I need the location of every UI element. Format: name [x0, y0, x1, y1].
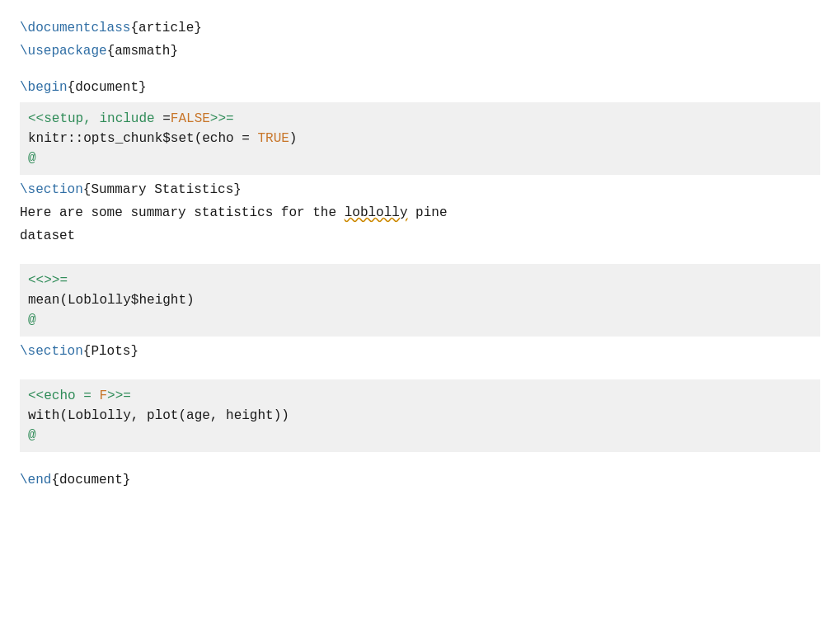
summary-text-content2: dataset [20, 228, 75, 243]
at-1: @ [28, 151, 36, 166]
summary-text-pine: pine [407, 205, 447, 220]
summary-text-line2: dataset [20, 224, 820, 247]
knitr-paren-close: ) [289, 131, 298, 146]
begin-cmd: \begin [20, 80, 68, 95]
knitr-line: knitr::opts_chunk$set(echo = TRUE) [28, 129, 812, 148]
section-summary-arg: {Summary Statistics} [83, 182, 242, 197]
documentclass-line: \documentclass{article} [20, 16, 820, 40]
at-3: @ [28, 428, 36, 443]
usepackage-line: \usepackage{amsmath} [20, 40, 820, 63]
chunk-include-label: include [99, 111, 162, 126]
chunk-echo-close: >>= [107, 388, 131, 403]
at-sign-1: @ [28, 148, 812, 168]
chunk-delim-open: << [28, 111, 44, 126]
spacer-1 [20, 63, 820, 76]
mean-chunk-block: <<>>= mean(Loblolly$height) @ [20, 264, 820, 337]
chunk-empty-delim: <<>>= [28, 273, 68, 288]
mean-line: mean(Loblolly$height) [28, 290, 812, 310]
summary-text-content1: Here are some summary statistics for the [20, 205, 345, 220]
at-sign-2: @ [28, 310, 812, 330]
chunk-echo-value: F [99, 388, 107, 403]
section-plots-line: \section{Plots} [20, 340, 820, 363]
chunk-echo-open: << [28, 388, 44, 403]
chunk-include-eq: = [162, 111, 171, 126]
usepackage-cmd: \usepackage [20, 44, 107, 59]
end-cmd: \end [20, 473, 51, 487]
documentclass-arg: {article} [130, 21, 201, 35]
section-cmd: \section [20, 182, 83, 197]
chunk-header-empty: <<>>= [28, 271, 812, 290]
with-line: with(Loblolly, plot(age, height)) [28, 406, 812, 426]
echo-chunk-block: <<echo = F>>= with(Loblolly, plot(age, h… [20, 379, 820, 452]
spacer-3 [20, 363, 820, 376]
summary-text-line1: Here are some summary statistics for the… [20, 201, 820, 224]
section-summary-line: \section{Summary Statistics} [20, 178, 820, 201]
section-plots-arg: {Plots} [83, 344, 138, 359]
chunk-name-setup: setup, [44, 111, 99, 126]
knitr-echo-val: TRUE [257, 131, 289, 146]
chunk-header-setup: <<setup, include =FALSE>>= [28, 109, 812, 129]
spacer-2 [20, 247, 820, 261]
chunk-header-echo: <<echo = F>>= [28, 386, 812, 406]
at-2: @ [28, 313, 36, 327]
chunk-include-val: FALSE [171, 111, 210, 126]
begin-arg: {document} [68, 80, 147, 95]
chunk-echo-label: echo = [44, 388, 99, 403]
end-document-line: \end{document} [20, 469, 820, 492]
spacer-4 [20, 455, 820, 469]
begin-document-line: \begin{document} [20, 76, 820, 99]
usepackage-arg: {amsmath} [107, 44, 178, 59]
at-sign-3: @ [28, 426, 812, 445]
knitr-func: opts_chunk$set(echo = [83, 131, 257, 146]
section-plots-cmd: \section [20, 344, 83, 359]
chunk-delim-close: >>= [210, 111, 234, 126]
mean-func: mean(Loblolly$height) [28, 293, 195, 308]
loblolly-word: loblolly [345, 205, 408, 220]
knitr-pkg: knitr [28, 131, 68, 146]
with-func: with(Loblolly, plot(age, height)) [28, 408, 289, 423]
setup-chunk-block: <<setup, include =FALSE>>= knitr::opts_c… [20, 102, 820, 175]
documentclass-cmd: \documentclass [20, 21, 130, 35]
end-arg: {document} [51, 473, 130, 487]
knitr-sep: :: [68, 131, 83, 146]
